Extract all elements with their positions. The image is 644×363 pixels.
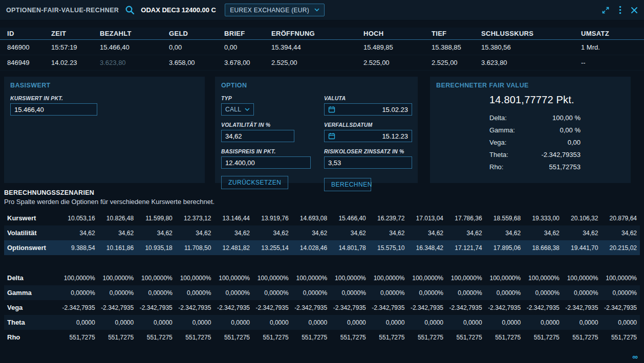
scenario-cell: 0,0000 <box>329 319 368 326</box>
quote-cell: 2.525,00 <box>363 59 432 66</box>
scenario-cell: -2.342,7935 <box>484 304 523 311</box>
scenario-row-label: Optionswert <box>5 244 58 252</box>
reset-button[interactable]: ZURÜCKSETZEN <box>221 176 288 189</box>
scenario-cell: 10.053,16 <box>58 215 97 222</box>
panel-option-title: OPTION <box>221 82 412 89</box>
scenario-cell: 12.481,82 <box>213 244 252 252</box>
quote-header-cell[interactable]: BRIEF <box>224 30 271 37</box>
kebab-menu-icon[interactable] <box>619 6 621 14</box>
quote-row[interactable]: 84694914.02.233.623,803.658,003.678,002.… <box>0 55 644 71</box>
typ-select-value: CALL <box>225 106 241 113</box>
quote-cell: 3.623,80 <box>481 59 581 66</box>
quote-cell: 15.388,85 <box>432 43 481 51</box>
panel-fair-value-title: BERECHNETER FAIR VALUE <box>436 82 625 89</box>
search-icon[interactable] <box>125 5 135 15</box>
volatilitaet-label: VOLATILITÄT IN % <box>221 122 311 128</box>
close-icon[interactable] <box>631 7 638 14</box>
scenario-cell: 100,0000% <box>291 275 330 282</box>
quote-header-cell[interactable]: TIEF <box>432 30 481 37</box>
valuta-date-field[interactable]: 15.02.23 <box>324 103 412 116</box>
greek-row: Delta:100,00 % <box>489 114 581 122</box>
scenario-cell: 19.441,70 <box>562 244 600 252</box>
scenario-cell: -2.342,7935 <box>136 304 175 311</box>
scenario-cell: 0,0000 <box>252 319 291 326</box>
verfallsdatum-date-field[interactable]: 15.12.23 <box>324 130 412 142</box>
quote-header-cell[interactable]: ERÖFFNUNG <box>271 30 363 37</box>
calendar-icon[interactable] <box>328 106 335 113</box>
quote-cell: 2.525,00 <box>432 59 481 66</box>
scenario-cell: 17.895,06 <box>484 244 523 252</box>
scenario-row: Delta100,0000%100,0000%100,0000%100,0000… <box>4 270 640 285</box>
quote-header-cell[interactable]: GELD <box>169 30 224 37</box>
scenario-cell: 100,0000% <box>600 275 639 282</box>
scenario-cell: 34,62 <box>445 230 484 237</box>
scenario-cell: -2.342,7935 <box>252 304 291 311</box>
typ-select[interactable]: CALL <box>221 103 254 116</box>
quote-header-cell[interactable]: ZEIT <box>51 30 100 37</box>
scenario-cell: -2.342,7935 <box>368 304 407 311</box>
scenario-cell: 14.801,78 <box>329 244 368 252</box>
zinssatz-input[interactable] <box>324 156 412 169</box>
scenario-cell: 18.668,38 <box>523 244 562 252</box>
scenario-cell: 100,0000% <box>213 275 252 282</box>
panel-fair-value: BERECHNETER FAIR VALUE 14.801,77772 Pkt.… <box>430 77 631 183</box>
quote-row[interactable]: 84690015:57:1915.466,400,000,0015.394,44… <box>0 40 644 55</box>
scenario-cell: 551,7275 <box>58 334 97 341</box>
quote-header-cell[interactable]: UMSATZ <box>581 30 640 37</box>
scenario-cell: 0,0000 <box>523 319 562 326</box>
quote-header-cell[interactable]: ID <box>7 30 51 37</box>
quote-header-cell[interactable]: BEZAHLT <box>100 30 169 37</box>
scenario-cell: 0,0000 <box>484 319 523 326</box>
scenario-row-label: Volatilität <box>5 229 58 237</box>
exchange-select[interactable]: EUREX EXCHANGE (EUR) <box>225 4 325 16</box>
quote-cell: 3.623,80 <box>100 59 169 66</box>
kurswert-label: KURSWERT IN PKT. <box>10 95 199 101</box>
expand-icon[interactable] <box>602 6 610 14</box>
scenario-cell: -2.342,7935 <box>562 304 600 311</box>
calculate-button[interactable]: BERECHNEN <box>324 178 371 191</box>
scenario-cell: -2.342,7935 <box>175 304 213 311</box>
scenario-cell: 34,62 <box>175 230 213 237</box>
scenario-row-label: Theta <box>5 319 58 326</box>
quote-cell: 15.394,44 <box>271 43 363 51</box>
scenario-cell: 0,0000 <box>406 319 445 326</box>
quote-header-cell[interactable]: SCHLUSSKURS <box>481 30 581 37</box>
scenarios-subtitle: Pro Spalte werden die Optionen für versc… <box>4 198 640 206</box>
scenario-cell: 0,0000% <box>329 289 368 297</box>
kurswert-input[interactable] <box>10 103 97 116</box>
exchange-select-value: EUREX EXCHANGE (EUR) <box>230 7 309 14</box>
quote-header-cell[interactable]: HOCH <box>363 30 432 37</box>
scenario-cell: 551,7275 <box>445 334 484 341</box>
verfallsdatum-label: VERFALLSDATUM <box>324 122 412 128</box>
greek-value: 551,72753 <box>549 163 581 171</box>
scenario-cell: 551,7275 <box>368 334 407 341</box>
quote-cell: 2.525,00 <box>271 59 363 66</box>
quote-cell: 0,00 <box>224 43 271 51</box>
scenario-cell: 551,7275 <box>562 334 600 341</box>
valuta-label: VALUTA <box>324 95 412 101</box>
chevron-down-icon <box>245 108 250 111</box>
quote-table-header: IDZEITBEZAHLTGELDBRIEFERÖFFNUNGHOCHTIEFS… <box>0 28 644 40</box>
scenario-cell: 17.013,04 <box>406 215 445 222</box>
basispreis-input[interactable] <box>221 156 311 169</box>
calendar-icon[interactable] <box>328 132 335 140</box>
scenario-cell: -2.342,7935 <box>329 304 368 311</box>
infinity-icon[interactable]: ∞ <box>632 352 638 361</box>
scenario-row-label: Gamma <box>5 289 58 297</box>
scenario-cell: -2.342,7935 <box>213 304 252 311</box>
greek-row: Vega:0,00 <box>489 139 581 146</box>
instrument-search-input[interactable] <box>141 6 219 14</box>
scenario-cell: 34,62 <box>329 230 368 237</box>
scenario-cell: 551,7275 <box>600 334 639 341</box>
scenario-cell: 16.348,42 <box>406 244 445 252</box>
scenario-cell: 0,0000% <box>484 289 523 297</box>
scenario-row-label: Delta <box>5 274 58 282</box>
scenario-cell: 100,0000% <box>175 275 213 282</box>
scenario-row-label: Rho <box>5 333 58 341</box>
volatilitaet-input[interactable] <box>221 130 294 142</box>
greek-row: Rho:551,72753 <box>489 163 581 171</box>
scenario-cell: 34,62 <box>58 230 97 237</box>
scenario-cell: 34,62 <box>368 230 407 237</box>
app-title: OPTIONEN-FAIR-VALUE-RECHNER <box>6 7 119 14</box>
scenario-cell: 551,7275 <box>291 334 330 341</box>
